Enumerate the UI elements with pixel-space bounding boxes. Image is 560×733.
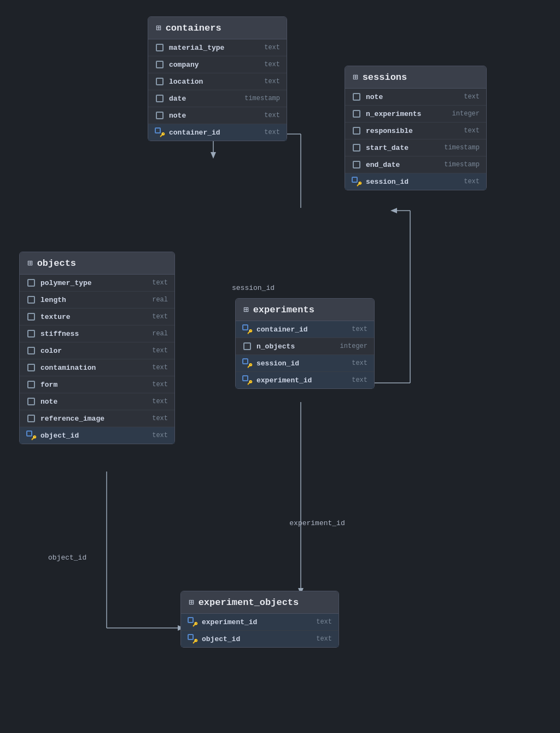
column-name: container_id [256,325,347,334]
table-row: stiffness real [20,325,174,342]
svg-marker-3 [211,152,216,159]
table-experiment-objects-header: ⊞ experiment_objects [181,591,339,614]
table-objects: ⊞ objects polymer_type text length real … [19,252,175,444]
table-row: responsible text [345,123,486,139]
column-type: text [152,347,168,354]
column-name: note [169,112,260,120]
column-name: object_id [40,432,148,440]
fk-icon: 🔑 [242,358,252,368]
fk-icon: 🔑 [242,324,252,334]
column-type: text [152,398,168,405]
table-sessions-header: ⊞ sessions [345,66,486,89]
column-type: text [152,313,168,321]
column-type: timestamp [444,161,480,168]
column-name: material_type [169,44,260,52]
table-row: note text [20,393,174,410]
column-icon [26,414,36,423]
table-row: date timestamp [148,90,287,107]
column-name: end_date [366,161,440,169]
table-containers-title: containers [166,23,221,33]
column-type: text [152,279,168,287]
column-type: text [316,635,332,643]
column-name: contamination [40,364,148,372]
pk-icon: 🔑 [155,127,165,137]
column-icon [155,43,165,53]
column-name: n_objects [256,342,336,351]
table-row: polymer_type text [20,275,174,292]
table-row: material_type text [148,39,287,56]
pk-icon: 🔑 [242,375,252,385]
table-row: note text [345,89,486,106]
column-name: n_experiments [366,110,448,118]
column-icon [26,380,36,389]
fk2-icon: 🔑 [188,617,197,627]
table-row: form text [20,376,174,393]
column-type: text [352,359,368,367]
table-objects-header: ⊞ objects [20,252,174,275]
column-name: experiment_id [202,618,312,626]
table-sessions: ⊞ sessions note text n_experiments integ… [345,66,487,190]
column-icon [352,109,361,119]
table-row-fk: 🔑 session_id text [236,355,374,372]
table-grid-icon: ⊞ [243,304,249,315]
column-name: session_id [256,359,347,368]
column-name: color [40,347,148,355]
column-name: stiffness [40,330,148,338]
column-type: text [152,432,168,439]
table-row-fk: 🔑 container_id text [236,321,374,338]
table-sessions-title: sessions [363,72,407,83]
column-type: text [264,78,280,85]
column-icon [352,160,361,170]
column-icon [26,295,36,305]
table-grid-icon: ⊞ [156,22,161,33]
column-icon [26,397,36,406]
pk-icon: 🔑 [26,431,36,440]
table-row-fk2: 🔑 object_id text [181,631,339,647]
column-name: session_id [366,178,459,186]
table-row: texture text [20,309,174,325]
table-row-pk: 🔑 experiment_id text [236,372,374,388]
column-type: text [316,618,332,626]
column-type: text [152,364,168,371]
column-type: text [352,376,368,384]
column-icon [155,110,165,120]
column-type: text [152,415,168,422]
table-experiments-title: experiments [253,305,314,315]
column-type: timestamp [244,95,280,102]
column-type: text [264,61,280,68]
column-type: text [352,325,368,333]
column-type: real [152,296,168,304]
column-icon [155,94,165,103]
column-icon [26,363,36,373]
column-icon [26,312,36,322]
table-row-pk: 🔑 container_id text [148,124,287,141]
column-name: form [40,381,148,389]
table-grid-icon: ⊞ [189,597,194,608]
table-row-pk: 🔑 object_id text [20,427,174,444]
table-row: end_date timestamp [345,156,486,173]
table-grid-icon: ⊞ [353,72,358,83]
table-row-pk: 🔑 session_id text [345,173,486,190]
column-type: text [264,44,280,51]
table-experiment-objects-title: experiment_objects [199,597,299,608]
table-row: reference_image text [20,410,174,427]
table-row: note text [148,107,287,124]
column-icon [242,341,252,351]
table-containers-header: ⊞ containers [148,17,287,39]
table-containers: ⊞ containers material_type text company … [148,16,287,141]
table-row-fk2: 🔑 experiment_id text [181,614,339,631]
table-row: length real [20,292,174,309]
pk-icon: 🔑 [352,177,361,187]
table-experiments-header: ⊞ experiments [236,299,374,321]
table-row: n_objects integer [236,338,374,355]
column-name: note [40,398,148,406]
column-name: container_id [169,129,260,137]
column-icon [352,126,361,136]
table-objects-title: objects [37,258,76,269]
column-icon [352,143,361,153]
table-grid-icon: ⊞ [27,258,33,269]
column-icon [352,92,361,102]
column-type: text [264,129,280,136]
column-type: integer [452,110,480,118]
column-name: location [169,78,260,86]
